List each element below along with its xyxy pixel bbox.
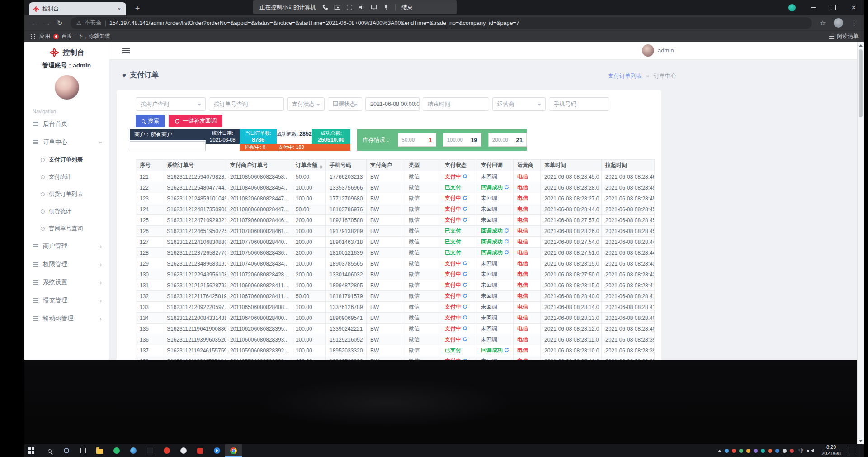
- sidebar-subitem[interactable]: 供货统计: [24, 203, 109, 220]
- show-desktop-button[interactable]: [860, 444, 862, 457]
- taskbar-clock[interactable]: 8:292021/6/8: [818, 444, 844, 457]
- hamburger-icon[interactable]: [122, 50, 130, 51]
- phone-input[interactable]: 手机号码: [549, 97, 609, 111]
- browser-profile-icon[interactable]: [834, 18, 843, 28]
- terminal-taskbar-button[interactable]: [142, 444, 158, 457]
- tray-icon[interactable]: [754, 449, 758, 453]
- logo[interactable]: 控制台: [24, 42, 109, 57]
- bookmark-star-icon[interactable]: ☆: [816, 17, 829, 29]
- resend-callback-button[interactable]: 一键补发回调: [169, 115, 222, 127]
- refresh-icon[interactable]: [462, 217, 467, 222]
- header-user[interactable]: admin: [642, 44, 674, 57]
- refresh-icon[interactable]: [504, 250, 509, 255]
- volume-icon[interactable]: [359, 4, 365, 10]
- bookmark-apps[interactable]: 应用: [39, 33, 50, 40]
- blue-app-taskbar-button[interactable]: [125, 444, 142, 457]
- sidebar-item[interactable]: 慢充管理›: [24, 291, 109, 309]
- video-player-taskbar-button[interactable]: [208, 444, 225, 457]
- maximize-button[interactable]: [823, 0, 844, 15]
- end-time-input[interactable]: 结束时间: [423, 97, 489, 111]
- reading-list-button[interactable]: 阅读清单: [829, 33, 859, 40]
- refresh-icon[interactable]: [504, 228, 509, 233]
- refresh-icon[interactable]: [462, 271, 467, 276]
- cortana-taskbar-button[interactable]: [58, 444, 75, 457]
- sidebar-item[interactable]: 订单中心›: [24, 133, 109, 151]
- pin-icon[interactable]: [383, 4, 389, 10]
- sidebar-item[interactable]: 移动ck管理›: [24, 309, 109, 328]
- reload-icon[interactable]: ↻: [53, 17, 66, 29]
- refresh-icon[interactable]: [504, 348, 509, 352]
- forward-icon[interactable]: →: [41, 17, 53, 29]
- display-icon[interactable]: [371, 4, 377, 10]
- sidebar-item[interactable]: 商户管理›: [24, 237, 109, 255]
- tray-icon[interactable]: [761, 449, 765, 453]
- sort-icon[interactable]: [320, 165, 322, 169]
- chrome-taskbar-button[interactable]: [225, 444, 242, 457]
- sidebar-item[interactable]: 系统设置›: [24, 273, 109, 291]
- pay-status-select[interactable]: 支付状态: [287, 97, 325, 111]
- bookmark-baidu[interactable]: 百度一下，你就知道: [53, 33, 110, 40]
- tray-icon[interactable]: [775, 449, 779, 453]
- address-bar[interactable]: ⚠ 不安全 | 154.197.48.141/admin/order/listO…: [71, 17, 812, 29]
- tab-close-icon[interactable]: ×: [117, 5, 122, 13]
- end-session-button[interactable]: 结束: [401, 4, 413, 11]
- green-app-taskbar-button[interactable]: [108, 444, 125, 457]
- minimize-button[interactable]: [803, 0, 823, 15]
- back-icon[interactable]: ←: [28, 17, 41, 29]
- phone-icon[interactable]: [322, 4, 328, 10]
- red-browser-taskbar-button[interactable]: [158, 444, 175, 457]
- sidebar-item[interactable]: 权限管理›: [24, 255, 109, 273]
- tray-icon[interactable]: [790, 449, 794, 453]
- tray-expand-icon[interactable]: [718, 450, 722, 452]
- breadcrumb-link[interactable]: 支付订单列表: [608, 73, 642, 79]
- refresh-icon[interactable]: [504, 239, 509, 244]
- refresh-icon[interactable]: [462, 304, 467, 309]
- tray-icon[interactable]: [768, 449, 772, 453]
- refresh-icon[interactable]: [504, 185, 509, 190]
- refresh-icon[interactable]: [462, 195, 467, 200]
- start-time-input[interactable]: 2021-06-08 00:00:00: [365, 97, 420, 111]
- browser-tab[interactable]: 控制台 ×: [29, 2, 126, 15]
- refresh-icon[interactable]: [462, 174, 467, 179]
- refresh-icon[interactable]: [462, 206, 467, 211]
- gray-app-taskbar-button[interactable]: [175, 444, 192, 457]
- apps-grid-icon[interactable]: [31, 34, 32, 35]
- task-view-taskbar-button[interactable]: [75, 444, 91, 457]
- new-tab-button[interactable]: +: [132, 3, 143, 14]
- tray-icon[interactable]: [739, 449, 743, 453]
- refresh-icon[interactable]: [462, 282, 467, 287]
- screen-ratio-icon[interactable]: [334, 4, 340, 10]
- search-taskbar-button[interactable]: [41, 444, 58, 457]
- scrollbar-thumb[interactable]: [859, 49, 863, 117]
- refresh-icon[interactable]: [462, 337, 467, 342]
- scroll-down-icon[interactable]: [858, 438, 864, 444]
- stat-merchant-input[interactable]: [130, 141, 206, 151]
- tray-icon[interactable]: [725, 449, 729, 453]
- start-button[interactable]: [24, 444, 41, 457]
- tray-icon[interactable]: [746, 449, 750, 453]
- scroll-up-icon[interactable]: [858, 42, 864, 49]
- sidebar-subitem[interactable]: 供货订单列表: [24, 186, 109, 203]
- sidebar-item[interactable]: 后台首页: [24, 115, 109, 133]
- ime-indicator[interactable]: 中: [797, 447, 805, 455]
- refresh-icon[interactable]: [462, 315, 467, 320]
- tray-icon[interactable]: [732, 449, 736, 453]
- volume-tray-icon[interactable]: [809, 449, 814, 452]
- search-button[interactable]: 搜索: [136, 115, 165, 127]
- fullscreen-icon[interactable]: [346, 4, 353, 10]
- sidebar-subitem[interactable]: 官网单号查询: [24, 220, 109, 237]
- close-button[interactable]: ×: [844, 0, 864, 15]
- notification-center-icon[interactable]: [849, 448, 854, 453]
- table-header-cell[interactable]: 订单金额: [292, 160, 326, 171]
- red-app-taskbar-button[interactable]: [192, 444, 208, 457]
- file-explorer-taskbar-button[interactable]: [91, 444, 108, 457]
- session-indicator-icon[interactable]: [788, 4, 796, 11]
- carrier-select[interactable]: 运营商: [492, 97, 546, 111]
- browser-menu-icon[interactable]: ⋮: [848, 17, 860, 29]
- user-avatar[interactable]: [55, 75, 79, 100]
- tray-icon[interactable]: [783, 449, 787, 453]
- refresh-icon[interactable]: [462, 261, 467, 266]
- refresh-icon[interactable]: [462, 293, 467, 298]
- order-no-input[interactable]: 按订单号查询: [209, 97, 284, 111]
- refresh-icon[interactable]: [462, 326, 467, 331]
